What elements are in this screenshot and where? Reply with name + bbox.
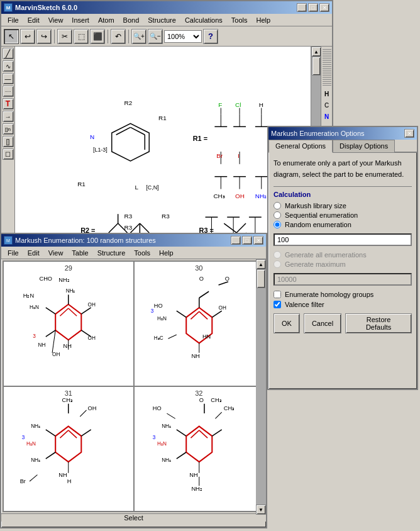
- scroll-thumb[interactable]: [312, 57, 321, 75]
- results-maximize[interactable]: □: [242, 236, 252, 245]
- svg-text:R1: R1: [77, 181, 86, 187]
- cell-30-number: 30: [135, 264, 264, 272]
- tab-display-options[interactable]: Display Options: [333, 140, 395, 153]
- svg-line-49: [224, 223, 236, 233]
- svg-text:3: 3: [150, 308, 153, 314]
- maximize-button[interactable]: □: [308, 3, 318, 12]
- dash-tool[interactable]: ·····: [3, 86, 14, 97]
- results-scroll-up[interactable]: ▲: [256, 259, 266, 269]
- random-count-input[interactable]: [274, 233, 412, 246]
- radio-max-input: [274, 260, 281, 268]
- svg-text:L: L: [135, 184, 138, 191]
- zoom-out-tool[interactable]: 🔍−: [148, 29, 163, 44]
- redo-tool[interactable]: ↪: [36, 29, 52, 44]
- menu-atom[interactable]: Atom: [94, 16, 118, 25]
- results-status-bar: Select: [1, 513, 266, 522]
- svg-text:R3: R3: [124, 213, 133, 220]
- max-count-input[interactable]: [274, 273, 412, 286]
- menu-edit[interactable]: Edit: [24, 16, 43, 25]
- cut-tool[interactable]: ✂: [57, 29, 72, 44]
- results-menu-file[interactable]: File: [4, 249, 23, 257]
- tab-general-options[interactable]: General Options: [268, 140, 333, 153]
- results-close[interactable]: ✕: [253, 236, 263, 245]
- radio-library-input[interactable]: [274, 202, 281, 210]
- tab-bar: General Options Display Options: [268, 140, 417, 153]
- radio-random-input[interactable]: [274, 221, 281, 228]
- svg-line-42: [109, 223, 118, 233]
- rect-tool[interactable]: ☐: [3, 148, 14, 160]
- arrow-tool[interactable]: →: [3, 111, 14, 122]
- svg-text:HO: HO: [153, 303, 162, 309]
- cancel-button[interactable]: Cancel: [304, 313, 341, 333]
- results-menu-view[interactable]: View: [45, 249, 67, 257]
- zoom-in-tool[interactable]: 🔍+: [131, 29, 146, 44]
- svg-line-139: [212, 430, 221, 436]
- help-tool[interactable]: ?: [203, 29, 218, 44]
- svg-text:OH: OH: [235, 193, 245, 199]
- toolbar-separator-3: [128, 30, 129, 43]
- svg-text:CH₃: CH₃: [213, 193, 224, 199]
- close-button[interactable]: ✕: [319, 3, 329, 12]
- svg-text:R1: R1: [158, 115, 167, 121]
- line-tool[interactable]: ╱: [3, 48, 14, 59]
- results-scrollbar[interactable]: ▲ ▼: [256, 259, 266, 515]
- copy-tool[interactable]: ⬚: [74, 29, 89, 44]
- checkbox-valence[interactable]: Valence filter: [274, 301, 412, 308]
- results-grid: 29 NH₂ H₂N CHO NH₂ H₂N: [3, 260, 265, 512]
- ok-button[interactable]: OK: [274, 313, 300, 333]
- text-tool[interactable]: T: [3, 98, 14, 109]
- menu-help[interactable]: Help: [253, 16, 275, 25]
- svg-line-135: [176, 430, 185, 436]
- menu-calculations[interactable]: Calculations: [181, 16, 226, 25]
- grid-cell-29: 29 NH₂ H₂N CHO NH₂ H₂N: [3, 261, 134, 386]
- results-scroll-thumb[interactable]: [257, 269, 265, 288]
- dialog-close[interactable]: ✕: [404, 129, 414, 138]
- menu-file[interactable]: File: [4, 16, 23, 25]
- checkbox-homology-input[interactable]: [274, 291, 281, 298]
- minimize-button[interactable]: _: [297, 3, 307, 12]
- svg-text:NH₂: NH₂: [31, 457, 40, 463]
- results-scroll-track[interactable]: [256, 269, 266, 505]
- element-n-button[interactable]: N: [322, 111, 332, 122]
- bracket-tool[interactable]: []: [3, 136, 14, 147]
- svg-line-8: [116, 127, 131, 135]
- radio-sequential-input[interactable]: [274, 211, 281, 219]
- scroll-up[interactable]: ▲: [311, 47, 321, 57]
- main-window-title: MarvinSketch 6.0.0: [15, 4, 77, 11]
- dialog-title-bar: Markush Enumeration Options ✕: [268, 127, 417, 140]
- restore-defaults-button[interactable]: Restore Defaults: [345, 313, 412, 333]
- undo-tool[interactable]: ↩: [20, 29, 35, 44]
- element-c-button[interactable]: C: [322, 100, 332, 111]
- results-menu-edit[interactable]: Edit: [24, 249, 43, 257]
- radio-library[interactable]: Markush library size: [274, 202, 412, 210]
- results-menu-help[interactable]: Help: [155, 249, 177, 257]
- results-menu-table[interactable]: Table: [68, 249, 92, 257]
- menu-structure[interactable]: Structure: [144, 16, 180, 25]
- checkbox-homology[interactable]: Enumerate homology groups: [274, 291, 412, 298]
- menu-view[interactable]: View: [45, 16, 67, 25]
- wave-tool[interactable]: ∿: [3, 60, 14, 72]
- svg-text:OH: OH: [88, 405, 97, 411]
- checkbox-valence-input[interactable]: [274, 301, 281, 308]
- element-h-button[interactable]: H: [322, 89, 332, 99]
- svg-text:H₂N: H₂N: [30, 305, 39, 310]
- menu-tools[interactable]: Tools: [228, 16, 251, 25]
- radio-sequential[interactable]: Sequential enumeration: [274, 211, 412, 219]
- transform-tool[interactable]: ↶: [111, 29, 126, 44]
- results-minimize[interactable]: _: [231, 236, 241, 245]
- menu-insert[interactable]: Insert: [68, 16, 93, 25]
- straight-tool[interactable]: —: [3, 73, 14, 84]
- results-menu-structure[interactable]: Structure: [94, 249, 130, 257]
- calculation-header: Calculation: [274, 186, 412, 198]
- results-menu-tools[interactable]: Tools: [130, 249, 154, 257]
- menu-bond[interactable]: Bond: [119, 16, 143, 25]
- bracket-n-tool[interactable]: []n: [3, 123, 14, 135]
- radio-all-label: Generate all enumerations: [285, 251, 367, 259]
- zoom-select[interactable]: 100% 50% 200%: [164, 30, 202, 43]
- svg-text:3: 3: [22, 435, 25, 440]
- paste-tool[interactable]: ⬛: [90, 29, 105, 44]
- results-scroll-down[interactable]: ▼: [256, 505, 266, 515]
- select-tool[interactable]: ↖: [4, 29, 19, 44]
- cell-31-number: 31: [4, 389, 133, 397]
- radio-random[interactable]: Random enumeration: [274, 221, 412, 228]
